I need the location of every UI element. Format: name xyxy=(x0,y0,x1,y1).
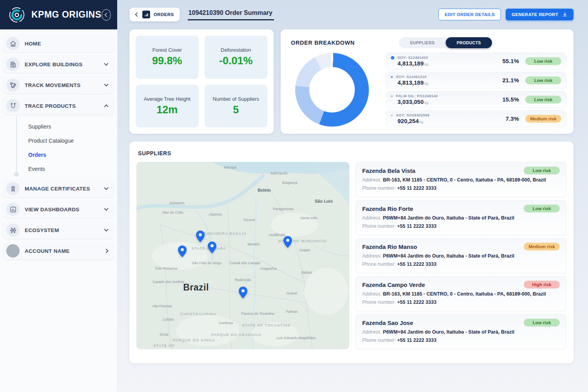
generate-report-label: GENERATE REPORT xyxy=(512,12,558,17)
avatar xyxy=(6,244,20,258)
map-pin[interactable] xyxy=(238,286,249,299)
supplier-card[interactable]: Fazenda Rio Manso Medium risk Address: P… xyxy=(356,238,566,273)
sidebar-item-ecosystem[interactable]: ECOSYSTEM xyxy=(3,221,113,239)
supplier-name: Fazenda Bela Vista xyxy=(362,167,517,174)
sidebar-collapse-button[interactable] xyxy=(102,9,111,21)
orders-back-label: ORDERS xyxy=(154,12,174,17)
map-place-label: Santarém xyxy=(169,201,185,205)
supplier-phone: Phone number: +55 11 2222 3333 xyxy=(362,338,560,343)
supplier-card[interactable]: Fazenda Campo Verde High risk Address: B… xyxy=(356,276,566,311)
ecosystem-icon xyxy=(6,223,20,237)
sidebar: KPMG ORIGINS HOME EXPLORE BUILDINGS TRAC… xyxy=(0,0,118,392)
toggle-products[interactable]: PRODUCTS xyxy=(446,37,492,48)
order-breakdown-title: ORDER BREAKDOWN xyxy=(291,40,355,46)
product-percent: 15.5% xyxy=(502,96,519,103)
stat-value: -0.01% xyxy=(219,55,253,67)
map-place-label: STATE OF TOCANTINS xyxy=(242,323,290,327)
supplier-phone: Phone number: +55 11 2222 3333 xyxy=(362,185,560,191)
suppliers-map[interactable]: MacapáSalinópolisBragançaBelémSão LuísSa… xyxy=(136,162,349,349)
map-place-label: TRINCHEIRA BACAJÁ xyxy=(201,231,247,235)
sidebar-item-manage-certificates[interactable]: MANAGE CERTIFICATES xyxy=(3,180,113,197)
supplier-card[interactable]: Fazenda Rio Forte Low risk Address: P6WM… xyxy=(356,200,566,235)
sidebar-item-home[interactable]: HOME xyxy=(3,35,113,52)
product-percent: 7.3% xyxy=(506,115,519,122)
submenu-connector-line xyxy=(16,116,17,173)
product-code: SOY: S12491210 xyxy=(396,74,426,79)
map-place-label: Santa Inês xyxy=(300,216,317,220)
sidebar-item-account[interactable]: ACCOUNT NAME xyxy=(3,242,113,260)
dashboard-icon xyxy=(6,203,20,216)
map-pin[interactable] xyxy=(177,245,188,258)
product-weight: 920,254kg xyxy=(397,118,430,124)
risk-badge: Low risk xyxy=(525,76,561,84)
orders-chart-icon xyxy=(142,11,150,18)
sidebar-item-trace-products[interactable]: TRACE PRODUCTS xyxy=(3,97,113,114)
risk-badge: Low risk xyxy=(524,319,560,327)
map-place-label: Alter do Chão xyxy=(162,211,183,214)
map-place-label: Colíder xyxy=(163,318,174,321)
product-code: PALM OIL: PO1249140 xyxy=(396,94,438,98)
map-place-label: São Luís xyxy=(315,199,333,203)
chevron-down-icon xyxy=(104,82,108,86)
brand-header: KPMG ORIGINS xyxy=(0,0,117,29)
brand-title: KPMG ORIGINS xyxy=(31,9,102,20)
sidebar-subitem-product-catalogue[interactable]: Product Catalogue xyxy=(3,134,113,148)
sidebar-subitem-orders[interactable]: Orders xyxy=(3,148,113,162)
stat-label: Average Tree Height xyxy=(144,96,191,102)
supplier-card[interactable]: Fazenda Sao Jose Low risk Address: P6WM+… xyxy=(356,314,566,349)
map-place-label: Redenção xyxy=(235,278,251,282)
suppliers-products-toggle: SUPPLIERS PRODUCTS xyxy=(399,37,492,48)
supplier-address: Address: P6WM+84 Jardim do Ouro, Itaitub… xyxy=(362,215,560,221)
map-place-label: Tucuruí xyxy=(243,218,255,222)
risk-badge: High risk xyxy=(524,281,560,289)
chevron-left-icon xyxy=(135,12,139,16)
sidebar-item-label: MANAGE CERTIFICATES xyxy=(25,186,105,192)
chevron-right-icon xyxy=(104,249,108,253)
map-pin[interactable] xyxy=(282,236,293,248)
map-place-label: Guaraí xyxy=(287,291,298,295)
product-row[interactable]: SOY: SO29302508 920,254kg 7.3% Medium ri… xyxy=(386,110,566,127)
map-place-label: Confresa xyxy=(219,321,233,325)
home-icon xyxy=(6,37,20,50)
map-place-label: Palmas xyxy=(286,310,298,314)
supplier-phone: Phone number: +55 11 2222 3333 xyxy=(362,223,560,229)
product-row[interactable]: PALM OIL: PO1249140 3,033,050kg 15.5% Lo… xyxy=(386,91,566,108)
supplier-card[interactable]: Fazenda Bela Vista Low risk Address: BR-… xyxy=(356,162,566,197)
stat-label: Deforestation xyxy=(221,47,251,53)
sidebar-item-explore-buildings[interactable]: EXPLORE BUILDINGS xyxy=(3,56,113,73)
risk-badge: Low risk xyxy=(524,167,560,174)
sidebar-subitem-suppliers[interactable]: Suppliers xyxy=(3,120,113,134)
page-title: 1094210390 Order Summary xyxy=(188,9,274,20)
map-pin[interactable] xyxy=(207,241,218,254)
map-place-label: Araguaína xyxy=(260,267,277,270)
edit-order-details-button[interactable]: EDIT ORDER DETAILS xyxy=(438,9,501,20)
sidebar-item-label: EXPLORE BUILDINGS xyxy=(25,62,105,67)
risk-badge: Low risk xyxy=(525,57,561,65)
map-place-label: Bragança xyxy=(282,181,298,185)
series-color-dot xyxy=(391,76,393,78)
sidebar-item-view-dashboards[interactable]: VIEW DASHBOARDS xyxy=(3,201,113,218)
product-row[interactable]: SOY: S12491210 4,813,189kg 21.1% Low ris… xyxy=(386,72,566,89)
buildings-icon xyxy=(6,58,20,71)
stat-label: Forest Cover xyxy=(152,47,182,53)
suppliers-section-title: SUPPLIERS xyxy=(136,148,566,156)
product-row[interactable]: SOY: S12491420 4,813,189kg 55.1% Low ris… xyxy=(386,53,566,70)
map-place-label: Salinópolis xyxy=(270,171,288,175)
orders-back-button[interactable]: ORDERS xyxy=(129,7,180,22)
map-place-label: STATE OF xyxy=(153,343,175,348)
map-pin[interactable] xyxy=(195,230,206,243)
stat-number-of-suppliers: Number of Suppliers 5 xyxy=(205,85,268,128)
suppliers-list: Fazenda Bela Vista Low risk Address: BR-… xyxy=(356,162,566,349)
stat-value: 5 xyxy=(233,104,239,116)
product-code: SOY: S12491420 xyxy=(397,55,428,60)
sidebar-subitem-events[interactable]: Events xyxy=(3,162,113,176)
map-place-label: Brazil xyxy=(183,282,209,293)
sidebar-item-track-movements[interactable]: TRACK MOVEMENTS xyxy=(3,76,113,94)
chevron-down-icon xyxy=(104,227,108,231)
toggle-suppliers[interactable]: SUPPLIERS xyxy=(399,37,446,48)
generate-report-button[interactable]: GENERATE REPORT xyxy=(506,9,573,20)
risk-badge: Medium risk xyxy=(525,115,561,123)
product-code: SOY: SO29302508 xyxy=(396,113,430,117)
supplier-address: Address: BR-163, KM 1185 - CENTRO, 0 - C… xyxy=(362,291,560,297)
map-place-label: Marabá xyxy=(247,242,260,246)
